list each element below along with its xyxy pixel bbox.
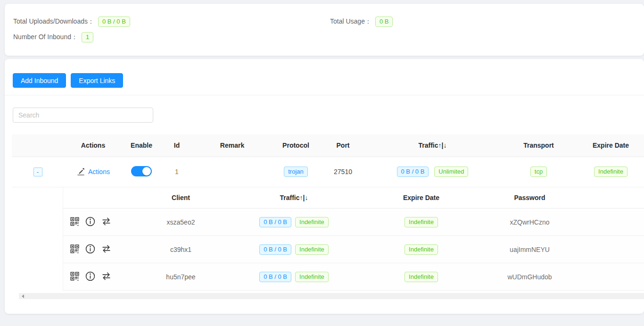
traffic-badge: 0 B / 0 B: [397, 167, 429, 177]
expanded-clients-section: Client Traffic↑|↓ Expire Date Password: [12, 187, 644, 291]
client-expire-date-badge: Indefinite: [405, 244, 438, 255]
header-client: Client: [124, 187, 238, 209]
client-traffic-limit-badge: Indefinite: [295, 217, 329, 227]
inbound-actions-label: Actions: [88, 168, 110, 176]
transport-badge: tcp: [530, 167, 547, 177]
header-client-expire-date: Expire Date: [351, 187, 492, 209]
header-traffic-sortable[interactable]: Traffic↑|↓: [365, 134, 500, 157]
number-of-inbound-value: 1: [82, 32, 93, 42]
inbound-row: - Actions 1 tr: [12, 157, 644, 187]
number-of-inbound-label: Number Of Inbound：: [13, 33, 78, 42]
client-expire-date-badge: Indefinite: [405, 217, 438, 227]
reset-traffic-icon[interactable]: [101, 243, 112, 256]
inbounds-card: Add Inbound Export Links Actions Enable …: [5, 59, 644, 314]
total-usage-stat: Total Usage： 0 B: [330, 17, 393, 27]
stats-card: Total Uploads/Downloads： 0 B / 0 B Total…: [5, 4, 644, 56]
inbounds-table: Actions Enable Id Remark Protocol Port T…: [12, 134, 644, 187]
client-row-filler: [568, 263, 644, 291]
header-client-filler: [568, 187, 644, 209]
qr-code-icon[interactable]: [70, 271, 80, 283]
info-circle-icon[interactable]: [85, 271, 96, 283]
header-client-traffic-sortable[interactable]: Traffic↑|↓: [238, 187, 351, 209]
total-uploads-downloads-stat: Total Uploads/Downloads： 0 B / 0 B: [13, 17, 330, 27]
client-name: c39hx1: [170, 246, 191, 253]
total-usage-label: Total Usage：: [330, 17, 372, 26]
client-row-filler: [568, 236, 644, 263]
export-links-button[interactable]: Export Links: [71, 73, 123, 88]
info-circle-icon[interactable]: [85, 243, 96, 256]
header-expand: [12, 134, 64, 157]
client-expire-date-badge: Indefinite: [405, 272, 438, 282]
client-traffic-badge: 0 B / 0 B: [259, 217, 291, 227]
client-traffic-badge: 0 B / 0 B: [259, 244, 291, 255]
total-uploads-downloads-label: Total Uploads/Downloads：: [13, 17, 94, 26]
client-name: hu5n7pee: [166, 273, 195, 281]
client-traffic-badge: 0 B / 0 B: [259, 272, 291, 282]
client-row: c39hx10 B / 0 BIndefiniteIndefiniteuajIm…: [63, 236, 644, 263]
total-usage-value: 0 B: [375, 17, 393, 27]
qr-code-icon[interactable]: [70, 244, 80, 255]
header-protocol: Protocol: [271, 134, 321, 157]
header-client-icons: [63, 187, 124, 209]
traffic-limit-badge: Unlimited: [434, 167, 468, 177]
client-row: hu5n7pee0 B / 0 BIndefiniteIndefinitewUD…: [63, 263, 644, 291]
expire-date-badge: Indefinite: [594, 167, 627, 177]
header-remark: Remark: [193, 134, 271, 157]
client-password: xZQwrHCzno: [510, 218, 549, 226]
client-row-icons: [63, 209, 124, 236]
client-row: xsza5eo20 B / 0 BIndefiniteIndefinitexZQ…: [63, 209, 644, 236]
header-client-password: Password: [492, 187, 568, 209]
client-traffic-limit-badge: Indefinite: [295, 272, 329, 282]
toolbar: Add Inbound Export Links: [5, 59, 644, 95]
client-password: wUDmGHudob: [507, 273, 552, 281]
header-transport: Transport: [500, 134, 578, 157]
reset-traffic-icon[interactable]: [101, 271, 112, 283]
search-section: [5, 95, 644, 134]
client-password: uajImmNEYU: [510, 246, 550, 253]
qr-code-icon[interactable]: [70, 217, 80, 228]
protocol-badge: trojan: [284, 167, 308, 177]
reset-traffic-icon[interactable]: [101, 216, 112, 228]
header-expire-date: Expire Date: [578, 134, 644, 157]
scrollbar-left-arrow-icon[interactable]: [22, 294, 24, 298]
total-uploads-downloads-value: 0 B / 0 B: [98, 17, 130, 27]
inbound-actions-menu[interactable]: Actions: [76, 167, 110, 177]
number-of-inbound-stat: Number Of Inbound： 1: [13, 32, 93, 42]
client-traffic-limit-badge: Indefinite: [295, 244, 329, 255]
inbound-port: 27510: [334, 168, 352, 176]
client-row-icons: [63, 263, 124, 291]
client-row-filler: [568, 209, 644, 236]
header-port: Port: [321, 134, 365, 157]
client-row-icons: [63, 236, 124, 263]
header-actions: Actions: [64, 134, 123, 157]
info-circle-icon[interactable]: [85, 216, 96, 228]
client-name: xsza5eo2: [167, 218, 195, 226]
horizontal-scrollbar[interactable]: [19, 293, 644, 299]
clients-table: Client Traffic↑|↓ Expire Date Password: [63, 187, 644, 291]
header-enable: Enable: [123, 134, 160, 157]
edit-pencil-icon: [76, 167, 85, 177]
collapse-row-button[interactable]: -: [33, 167, 42, 176]
enable-toggle[interactable]: [131, 166, 152, 176]
header-id: Id: [160, 134, 193, 157]
clients-header-row: Client Traffic↑|↓ Expire Date Password: [63, 187, 644, 209]
inbounds-header-row: Actions Enable Id Remark Protocol Port T…: [12, 134, 644, 157]
inbounds-table-wrap: Actions Enable Id Remark Protocol Port T…: [5, 134, 644, 299]
inbound-id: 1: [175, 168, 179, 176]
add-inbound-button[interactable]: Add Inbound: [13, 73, 66, 88]
search-input[interactable]: [13, 108, 153, 123]
